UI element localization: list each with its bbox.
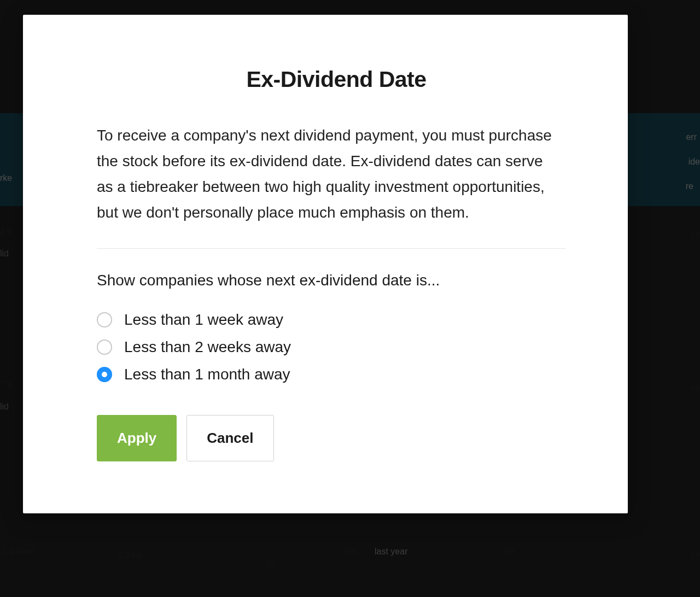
radio-label: Less than 2 weeks away (124, 338, 291, 356)
radio-option-1-week[interactable]: Less than 1 week away (97, 311, 576, 329)
divider (97, 248, 566, 249)
modal-description: To receive a company's next dividend pay… (97, 122, 576, 225)
cancel-button[interactable]: Cancel (186, 415, 273, 461)
radio-label: Less than 1 month away (124, 366, 290, 383)
modal-button-row: Apply Cancel (97, 415, 576, 461)
modal-title: Ex-Dividend Date (97, 67, 576, 92)
radio-icon (97, 367, 112, 382)
radio-option-2-weeks[interactable]: Less than 2 weeks away (97, 338, 576, 356)
ex-dividend-date-modal: Ex-Dividend Date To receive a company's … (23, 15, 628, 513)
apply-button[interactable]: Apply (97, 415, 177, 461)
filter-prompt: Show companies whose next ex-dividend da… (97, 272, 576, 289)
radio-label: Less than 1 week away (124, 311, 283, 329)
radio-icon (97, 340, 112, 355)
radio-option-1-month[interactable]: Less than 1 month away (97, 366, 576, 383)
radio-icon (97, 312, 112, 327)
date-range-radio-group: Less than 1 week away Less than 2 weeks … (97, 311, 576, 383)
